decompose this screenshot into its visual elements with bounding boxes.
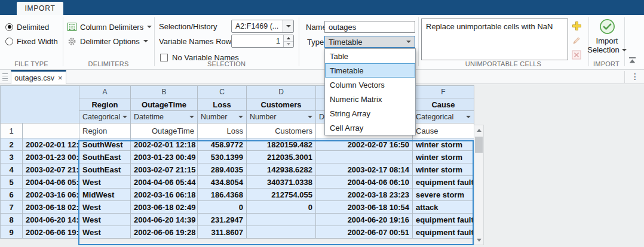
cell-outagetime[interactable]: 2004-04-06 05:44	[131, 176, 198, 189]
cell-outagetime[interactable]: 2004-06-20 14:39	[131, 214, 198, 226]
row-time[interactable]: 2002-02-01 12:18	[23, 138, 79, 151]
cell-restorationtime[interactable]: 2002-03-18 23:23	[316, 189, 413, 201]
cell-loss[interactable]: 0	[198, 201, 247, 214]
cell-outagetime[interactable]: 2002-06-06 19:28	[131, 226, 198, 239]
cell[interactable]: Loss	[198, 124, 247, 138]
cell-region[interactable]: West	[79, 201, 131, 214]
cell-cause[interactable]: winter storm	[413, 138, 474, 151]
cell-cause[interactable]: winter storm	[413, 151, 474, 163]
cell-customers-unimportable[interactable]	[247, 226, 316, 239]
cell-region[interactable]: MidWest	[79, 189, 131, 201]
cell[interactable]: Customers	[247, 124, 316, 138]
cell-region[interactable]: SouthEast	[79, 151, 131, 163]
import-selection-button[interactable]: Import Selection	[589, 18, 625, 65]
cell-loss[interactable]: 434.8054	[198, 176, 247, 189]
dock-grip-icon[interactable]	[2, 73, 8, 81]
variable-name[interactable]: Loss	[198, 98, 247, 111]
cell-outagetime[interactable]: 2003-01-23 00:49	[131, 151, 198, 163]
cell-loss[interactable]: 186.4368	[198, 189, 247, 201]
selection-history-combo[interactable]: A2:F1469 (...	[231, 20, 294, 33]
spinner-up-button[interactable]	[284, 35, 293, 42]
radio-fixed-width[interactable]: Fixed Width	[5, 35, 58, 48]
column-letter[interactable]: A	[79, 86, 131, 98]
row-number[interactable]: 1	[1, 124, 23, 138]
type-option-numeric-matrix[interactable]: Numeric Matrix	[325, 92, 415, 106]
row-time[interactable]: 2002-06-06 19:28	[23, 226, 79, 239]
cell-restorationtime[interactable]: 2003-06-18 10:54	[316, 201, 413, 214]
cell-restorationtime-unimportable[interactable]	[316, 151, 413, 163]
cell-customers[interactable]: 212035.3001	[247, 151, 316, 163]
spinner-down-button[interactable]	[284, 42, 293, 48]
type-option-string-array[interactable]: String Array	[325, 106, 415, 121]
column-type-dropdown[interactable]: Datetime	[131, 111, 198, 124]
cell-outagetime[interactable]: 2002-02-01 12:18	[131, 138, 198, 151]
overflow-menu-icon[interactable]: ⋮	[631, 72, 639, 81]
column-type-dropdown[interactable]: Categorical	[79, 111, 131, 124]
type-option-table[interactable]: Table	[325, 49, 415, 63]
variable-name[interactable]: Cause	[413, 98, 474, 111]
row-number[interactable]: 6	[1, 189, 23, 201]
cell-restorationtime[interactable]: 2004-04-06 06:10	[316, 176, 413, 189]
cell-outagetime[interactable]: 2003-02-07 21:15	[131, 163, 198, 176]
column-letter[interactable]: F	[413, 86, 474, 98]
edit-rule-button[interactable]	[571, 35, 582, 46]
document-tab-outages[interactable]: outages.csv ×	[11, 70, 66, 84]
column-letter[interactable]: B	[131, 86, 198, 98]
row-time[interactable]	[23, 124, 79, 138]
combo-dropdown-button[interactable]	[283, 20, 293, 32]
row-number[interactable]: 5	[1, 176, 23, 189]
row-number[interactable]: 9	[1, 226, 23, 239]
cell-region[interactable]: West	[79, 226, 131, 239]
radio-delimited[interactable]: Delimited	[5, 20, 49, 33]
name-input[interactable]: outages	[324, 21, 415, 33]
cell-region[interactable]: West	[79, 176, 131, 189]
cell-region[interactable]: West	[79, 214, 131, 226]
column-type-dropdown[interactable]: Number	[198, 111, 247, 124]
cell-cause[interactable]: severe storm	[413, 189, 474, 201]
tab-import[interactable]: IMPORT	[17, 2, 63, 15]
cell-loss[interactable]: 289.4035	[198, 163, 247, 176]
cell-customers[interactable]: 212754.055	[247, 189, 316, 201]
cell-restorationtime[interactable]: 2002-06-07 00:51	[316, 226, 413, 239]
column-delimiters-button[interactable]: Column Delimiters	[68, 20, 152, 33]
unimportable-rules-box[interactable]: Replace unimportable cells with NaN	[421, 18, 568, 60]
variable-name[interactable]: Region	[79, 98, 131, 111]
column-type-dropdown[interactable]: Number	[247, 111, 316, 124]
cell-cause[interactable]: equipment fault	[413, 176, 474, 189]
cell-cause[interactable]: winter storm	[413, 163, 474, 176]
scrollbar-thumb[interactable]	[475, 137, 483, 153]
scroll-up-button[interactable]	[474, 125, 483, 135]
cell[interactable]: Cause	[413, 124, 474, 138]
row-number[interactable]: 4	[1, 163, 23, 176]
row-time[interactable]: 2004-06-20 14:39	[23, 214, 79, 226]
cell-restorationtime[interactable]: 2004-06-20 19:16	[316, 214, 413, 226]
cell-region[interactable]: SouthWest	[79, 138, 131, 151]
cell-loss[interactable]: 530.1399	[198, 151, 247, 163]
column-letter[interactable]: D	[247, 86, 316, 98]
row-time[interactable]: 2003-06-18 02:49	[23, 201, 79, 214]
row-time[interactable]: 2002-03-16 06:18	[23, 189, 79, 201]
cell-customers[interactable]: 340371.0338	[247, 176, 316, 189]
cell-outagetime[interactable]: 2003-06-18 02:49	[131, 201, 198, 214]
vertical-scrollbar[interactable]	[474, 125, 484, 245]
delete-rule-button[interactable]	[571, 50, 582, 60]
cell[interactable]: Region	[79, 124, 131, 138]
cell-loss[interactable]: 231.2947	[198, 214, 247, 226]
row-number[interactable]: 8	[1, 214, 23, 226]
variable-name[interactable]: OutageTime	[131, 98, 198, 111]
cell-cause[interactable]: equipment fault	[413, 226, 474, 239]
cell-restorationtime[interactable]: 2003-02-17 08:14	[316, 163, 413, 176]
cell-customers[interactable]: 1820159.482	[247, 138, 316, 151]
cell-cause[interactable]: equipment fault	[413, 214, 474, 226]
cell-customers[interactable]: 142938.6282	[247, 163, 316, 176]
type-option-cell-array[interactable]: Cell Array	[325, 121, 415, 135]
type-option-column-vectors[interactable]: Column Vectors	[325, 78, 415, 92]
add-rule-button[interactable]	[571, 20, 582, 31]
variable-name[interactable]: Customers	[247, 98, 316, 111]
type-dropdown[interactable]: Timetable	[324, 36, 415, 48]
cell-outagetime[interactable]: 2002-03-16 06:18	[131, 189, 198, 201]
row-time[interactable]: 2003-01-23 00:49	[23, 151, 79, 163]
cell-region[interactable]: SouthEast	[79, 163, 131, 176]
scroll-down-button[interactable]	[474, 235, 483, 245]
cell-cause[interactable]: attack	[413, 201, 474, 214]
